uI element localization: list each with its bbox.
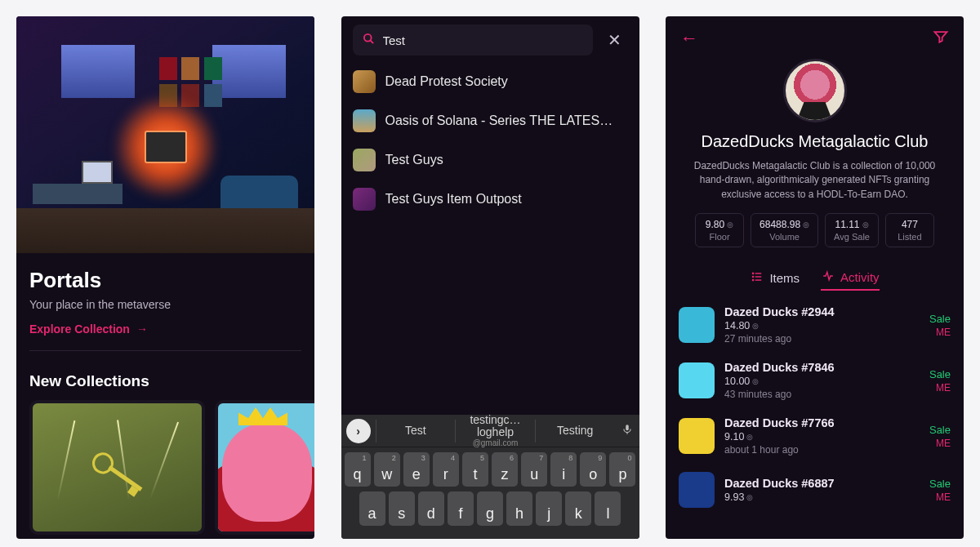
activity-source: ME (929, 438, 951, 449)
activity-icon (821, 270, 835, 284)
search-result[interactable]: Test Guys (353, 149, 628, 171)
suggestion[interactable]: testingc…loghelp @gmail.com (455, 420, 535, 442)
hero-banner[interactable] (16, 16, 314, 253)
result-label: Test Guys Item Outpost (385, 192, 522, 207)
list-icon (750, 271, 764, 285)
key-o[interactable]: 9o (580, 452, 606, 487)
stat-floor: 9.80◎Floor (695, 213, 744, 247)
collection-card[interactable] (215, 400, 314, 535)
mic-icon[interactable] (615, 422, 639, 440)
key-w[interactable]: 2w (374, 452, 400, 487)
activity-type: Sale (929, 424, 951, 436)
collection-tabs: Items Activity (666, 270, 964, 297)
key-f[interactable]: f (448, 491, 474, 526)
stat-volume: 68488.98◎Volume (751, 213, 818, 247)
result-label: Dead Protest Society (385, 74, 508, 89)
suggestion[interactable]: Test (376, 420, 456, 442)
back-icon[interactable]: ← (680, 28, 698, 49)
activity-source: ME (929, 327, 951, 338)
explore-collection-link[interactable]: Explore Collection → (29, 322, 301, 336)
new-collections-carousel[interactable] (29, 400, 301, 535)
key-a[interactable]: a (359, 491, 385, 526)
suggestion-text: testingc…loghelp (456, 414, 535, 439)
activity-source: ME (929, 491, 951, 503)
activity-type: Sale (929, 368, 951, 380)
key-k[interactable]: k (565, 491, 591, 526)
activity-thumb (679, 307, 715, 343)
collection-stats: 9.80◎Floor68488.98◎Volume11.11◎Avg Sale4… (695, 213, 934, 247)
collection-avatar (783, 59, 847, 122)
tab-label: Items (769, 271, 800, 285)
new-collections-heading: New Collections (29, 372, 301, 390)
key-e[interactable]: 3e (403, 452, 430, 487)
stat-avg-sale: 11.11◎Avg Sale (825, 213, 879, 247)
screen-home: Portals Your place in the metaverse Expl… (16, 16, 314, 539)
tab-activity[interactable]: Activity (821, 270, 880, 291)
activity-time: 27 minutes ago (724, 333, 920, 345)
collection-description: DazedDucks Metagalactic Club is a collec… (682, 159, 947, 202)
search-result[interactable]: Dead Protest Society (353, 70, 628, 93)
key-j[interactable]: j (536, 491, 562, 526)
result-label: Oasis of Solana - Series THE LATES… (385, 113, 613, 128)
key-t[interactable]: 5t (462, 452, 488, 487)
stat-listed: 477Listed (885, 213, 934, 247)
result-thumb (353, 188, 376, 211)
svg-point-8 (753, 277, 754, 278)
key-p[interactable]: 0p (609, 452, 635, 487)
key-r[interactable]: 4r (433, 452, 459, 487)
activity-title: Dazed Ducks #6887 (724, 477, 920, 490)
activity-thumb (679, 362, 715, 398)
divider (29, 350, 301, 351)
hero-subtitle: Your place in the metaverse (29, 298, 301, 311)
activity-row[interactable]: Dazed Ducks #784610.00◎43 minutes agoSal… (666, 353, 964, 408)
activity-type: Sale (929, 313, 951, 325)
activity-row[interactable]: Dazed Ducks #68879.93◎SaleME (666, 464, 964, 516)
activity-time: about 1 hour ago (724, 444, 920, 456)
suggestion-subtext: @gmail.com (456, 438, 535, 447)
svg-rect-2 (626, 425, 629, 430)
screen-search: ✕ Dead Protest SocietyOasis of Solana - … (341, 16, 639, 539)
svg-point-0 (363, 34, 371, 42)
close-icon[interactable]: ✕ (601, 27, 628, 53)
tab-items[interactable]: Items (750, 270, 800, 291)
activity-price: 10.00◎ (724, 376, 920, 387)
activity-row[interactable]: Dazed Ducks #294414.80◎27 minutes agoSal… (666, 297, 964, 353)
key-u[interactable]: 7u (521, 452, 547, 487)
activity-source: ME (929, 382, 951, 394)
search-result[interactable]: Oasis of Solana - Series THE LATES… (353, 109, 628, 132)
key-g[interactable]: g (477, 491, 503, 526)
search-box[interactable] (353, 24, 593, 56)
key-l[interactable]: l (595, 491, 621, 526)
activity-row[interactable]: Dazed Ducks #77669.10◎about 1 hour agoSa… (666, 408, 964, 464)
search-result[interactable]: Test Guys Item Outpost (353, 188, 628, 211)
key-q[interactable]: 1q (345, 452, 371, 487)
key-s[interactable]: s (389, 491, 415, 526)
search-results: Dead Protest SocietyOasis of Solana - Se… (341, 60, 639, 220)
key-z[interactable]: 6z (492, 452, 518, 487)
suggestion[interactable]: Testing (535, 420, 615, 442)
filter-icon[interactable] (933, 29, 949, 49)
collection-card[interactable] (29, 400, 205, 535)
activity-thumb (679, 472, 715, 508)
result-thumb (353, 109, 376, 132)
search-input[interactable] (383, 33, 583, 47)
hero-title: Portals (29, 268, 301, 293)
keyboard-suggestion-bar: › Test testingc…loghelp @gmail.com Testi… (341, 415, 639, 447)
key-i[interactable]: 8i (550, 452, 577, 487)
svg-point-7 (753, 274, 754, 274)
activity-price: 9.93◎ (724, 491, 920, 503)
key-h[interactable]: h (506, 491, 532, 526)
chevron-right-icon[interactable]: › (346, 419, 371, 443)
activity-price: 9.10◎ (724, 431, 920, 442)
activity-type: Sale (929, 478, 951, 490)
search-icon (363, 33, 375, 47)
activity-thumb (679, 418, 715, 454)
svg-line-1 (370, 40, 373, 43)
collection-title: DazedDucks Metagalactic Club (702, 132, 929, 151)
keyboard: › Test testingc…loghelp @gmail.com Testi… (341, 415, 639, 539)
activity-price: 14.80◎ (724, 320, 920, 331)
svg-point-9 (753, 280, 754, 281)
activity-title: Dazed Ducks #7846 (724, 361, 920, 374)
arrow-right-icon: → (136, 322, 148, 336)
key-d[interactable]: d (418, 491, 444, 526)
